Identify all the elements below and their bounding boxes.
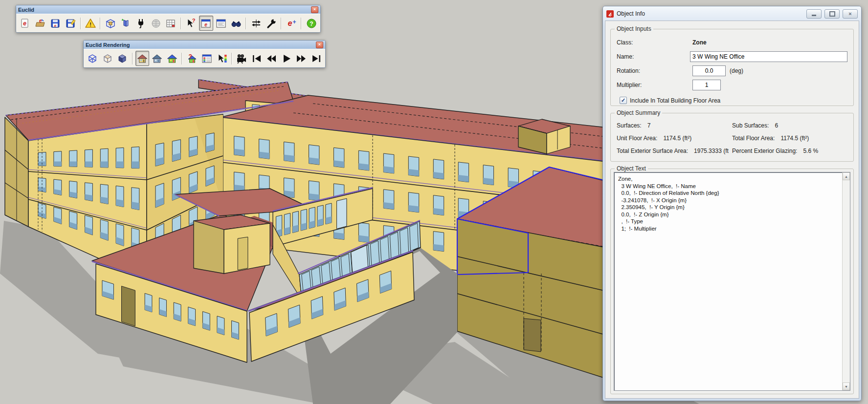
maximize-icon [829, 11, 835, 17]
help-icon: ? [306, 18, 317, 29]
new-zone-icon [105, 18, 116, 29]
toolbar-separator [231, 53, 232, 64]
window-lower-pane [433, 244, 444, 252]
window [390, 232, 399, 259]
binoculars-button[interactable] [229, 16, 244, 31]
save-as-icon [65, 18, 76, 29]
save-as-button[interactable] [64, 16, 78, 31]
summary-value: 7 [647, 122, 651, 129]
object-info-window-icon: e [200, 18, 212, 29]
save-file-button[interactable]: e [48, 16, 63, 31]
new-shading-button[interactable] [118, 16, 133, 31]
shaded-button[interactable] [115, 51, 130, 66]
first-frame-icon [251, 53, 263, 64]
textured-house-button[interactable] [135, 51, 150, 66]
euclid-toolbar-titlebar[interactable]: Euclid × [16, 5, 320, 14]
rotation-field[interactable] [692, 65, 726, 76]
help-button[interactable]: ? [304, 16, 318, 31]
multiplier-field[interactable] [692, 80, 721, 90]
legend-window-button[interactable] [200, 51, 214, 66]
sketchup-logo-icon [606, 10, 614, 18]
scroll-down-icon[interactable]: ▼ [843, 383, 850, 390]
wireframe-button[interactable] [86, 51, 100, 66]
toolbar-separator [132, 53, 133, 64]
gradient-cursor-icon [216, 53, 228, 64]
globe-button[interactable] [149, 16, 163, 31]
color-house-button[interactable] [165, 51, 179, 66]
hidden-line-icon [102, 53, 113, 64]
swap-arrows-button[interactable] [249, 16, 263, 31]
window-lower-pane [69, 162, 77, 167]
object-text-area[interactable]: Zone, 3 W Wing NE Office, !- Name 0.0, !… [614, 172, 850, 391]
last-frame-button[interactable] [309, 51, 323, 66]
class-value: Zone [692, 39, 707, 46]
legend-window-icon [201, 53, 213, 64]
open-file-button[interactable]: e [33, 16, 47, 31]
maximize-button[interactable] [824, 9, 840, 19]
info-cursor-button[interactable]: ? [184, 16, 198, 31]
toolbar-separator [281, 18, 282, 29]
mono-house-button[interactable] [150, 51, 164, 66]
window-lower-pane [408, 169, 419, 176]
name-field[interactable] [690, 51, 847, 62]
hidden-line-button[interactable] [101, 51, 115, 66]
window-lower-pane [383, 202, 394, 210]
window-lower-pane [334, 160, 344, 168]
svg-text:?: ? [192, 18, 196, 23]
close-icon[interactable]: × [316, 42, 323, 48]
euclid-plus-button[interactable]: e+ [284, 16, 298, 31]
fast-forward-button[interactable] [294, 51, 309, 66]
info-cursor-icon: ? [185, 18, 197, 29]
summary-label: Percent Exterior Glazing: [732, 148, 797, 154]
minimize-button[interactable] [806, 9, 822, 19]
object-text-scrollbar[interactable]: ▲ ▼ [842, 172, 850, 390]
close-button[interactable]: × [843, 9, 858, 19]
euclid-toolbar-title: Euclid [18, 7, 311, 13]
binoculars-icon [230, 18, 242, 29]
summary-value: 6 [775, 122, 778, 129]
window-lower-pane [309, 157, 319, 165]
object-info-window-button[interactable]: e [199, 16, 213, 31]
toolbar-separator [100, 18, 101, 29]
window-lower-pane [284, 154, 294, 162]
summary-row: Total Exterior Surface Area:1975.3333 (f… [617, 145, 847, 157]
warning-button[interactable]: ! [84, 16, 98, 31]
window-lower-pane [408, 205, 419, 213]
first-frame-button[interactable] [249, 51, 264, 66]
textured-house-icon [136, 53, 148, 64]
wrench-button[interactable] [264, 16, 278, 31]
new-zone-button[interactable] [103, 16, 117, 31]
gradient-cursor-button[interactable] [215, 51, 229, 66]
play-icon [281, 53, 292, 64]
door [238, 237, 248, 270]
scroll-up-icon[interactable]: ▲ [843, 172, 850, 180]
text-window-button[interactable] [214, 16, 228, 31]
play-button[interactable] [279, 51, 293, 66]
toolbar-separator [181, 53, 182, 64]
rewind-button[interactable] [265, 51, 279, 66]
window-lower-pane [116, 162, 124, 168]
summary-label: Total Floor Area: [732, 135, 775, 142]
toolbar-separator [245, 18, 246, 29]
grid-button[interactable] [164, 16, 178, 31]
window-lower-pane [458, 175, 468, 182]
object-info-dialog: Object Info × Object Inputs Class: Zone … [602, 6, 862, 401]
window-lower-pane [483, 178, 493, 185]
plug-button[interactable] [134, 16, 148, 31]
svg-text:?: ? [310, 20, 313, 27]
new-file-button[interactable]: e [18, 16, 32, 31]
close-icon[interactable]: × [311, 6, 318, 13]
camera-button[interactable] [235, 51, 249, 66]
summary-label: Unit Floor Area: [617, 135, 657, 142]
svg-text:e: e [204, 21, 207, 27]
question-house-button[interactable]: ? [185, 51, 199, 66]
object-text-legend: Object Text [615, 165, 648, 172]
euclid-rendering-toolbar: Euclid Rendering × ? [83, 40, 326, 68]
object-info-titlebar[interactable]: Object Info × [604, 8, 860, 20]
window-lower-pane [309, 193, 319, 201]
camera-icon [236, 53, 247, 64]
include-floor-area-checkbox[interactable]: ✓ [620, 97, 627, 104]
rotation-label: Rotation: [617, 67, 678, 74]
rendering-toolbar-titlebar[interactable]: Euclid Rendering × [84, 41, 325, 49]
summary-label: Surfaces: [617, 122, 642, 129]
